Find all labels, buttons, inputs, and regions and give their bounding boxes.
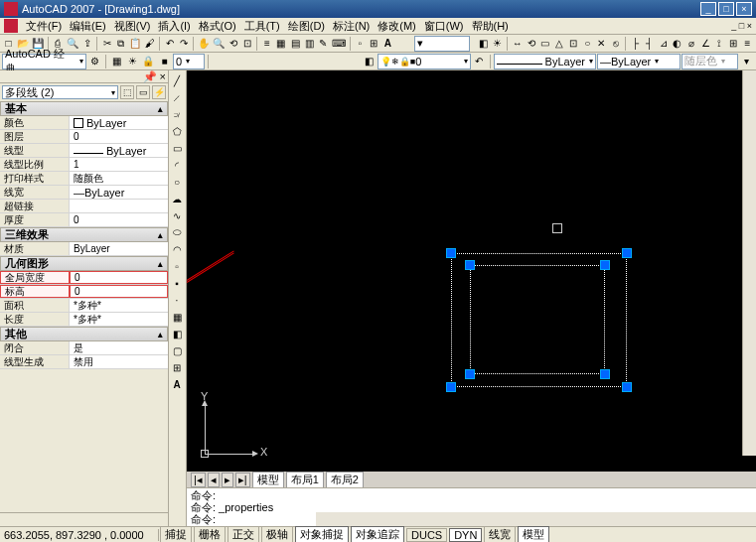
selected-rect-inner[interactable] xyxy=(470,265,605,374)
doc-win-controls[interactable]: _ □ × xyxy=(731,21,752,31)
layer-prev-icon[interactable]: ↶ xyxy=(472,54,487,69)
section-3d[interactable]: 三维效果▴ xyxy=(0,227,168,242)
layer-color-icon[interactable]: ■ xyxy=(157,54,172,69)
toggle-pickadd-icon[interactable]: ⬚ xyxy=(120,85,134,99)
block-icon[interactable]: ▫ xyxy=(354,36,367,52)
tab-layout2[interactable]: 布局2 xyxy=(326,472,364,488)
dim5-icon[interactable]: ⌀ xyxy=(684,36,697,52)
dc-icon[interactable]: ▦ xyxy=(274,36,287,52)
point-icon[interactable]: · xyxy=(169,292,185,308)
pline-icon[interactable]: ⟉ xyxy=(169,106,185,122)
menu-draw[interactable]: 绘图(D) xyxy=(284,19,329,34)
dim3-icon[interactable]: ⊿ xyxy=(657,36,670,52)
menu-edit[interactable]: 编辑(E) xyxy=(66,19,110,34)
light-icon[interactable]: ☀ xyxy=(491,36,504,52)
val-ltype[interactable]: ByLayer xyxy=(70,144,168,157)
lineweight-dropdown[interactable]: — ByLayer ▾ xyxy=(597,54,681,69)
region-icon[interactable]: ▢ xyxy=(169,342,185,358)
status-ducs[interactable]: DUCS xyxy=(406,528,447,542)
maximize-button[interactable]: □ xyxy=(718,2,734,16)
canvas-scrollbar-h[interactable] xyxy=(316,512,756,526)
drawing-canvas[interactable]: X Y xyxy=(187,70,756,472)
layerprops-icon[interactable]: ◧ xyxy=(362,54,377,69)
zoom-prev-icon[interactable]: ⟲ xyxy=(227,36,239,52)
text-a-icon[interactable]: A xyxy=(381,36,394,52)
menu-view[interactable]: 视图(V) xyxy=(110,19,155,34)
menu-insert[interactable]: 插入(I) xyxy=(154,19,194,34)
status-dyn[interactable]: DYN xyxy=(449,528,482,542)
quick-select-icon[interactable]: ⚡ xyxy=(152,85,166,99)
tab-last-icon[interactable]: ▸| xyxy=(235,473,250,487)
gradient-icon[interactable]: ◧ xyxy=(169,326,185,341)
cut-icon[interactable]: ✂ xyxy=(100,36,113,52)
selection-dropdown[interactable]: 多段线 (2) ▾ xyxy=(2,85,118,99)
pan-icon[interactable]: ✋ xyxy=(197,36,211,52)
val-material[interactable]: ByLayer xyxy=(70,242,168,255)
render-dropdown[interactable]: ▾ xyxy=(414,36,471,52)
revcloud-icon[interactable]: ☁ xyxy=(169,191,185,206)
dim7-icon[interactable]: ⟟ xyxy=(713,36,726,52)
hatch-icon[interactable]: ▦ xyxy=(169,309,185,325)
undo-icon[interactable]: ↶ xyxy=(163,36,176,52)
grip-outer-br[interactable] xyxy=(622,382,632,392)
val-thick[interactable]: 0 xyxy=(70,213,168,226)
layer-dropdown[interactable]: 💡❄🔒■ 0 ▾ xyxy=(378,54,471,69)
props-pin-icon[interactable]: 📌 xyxy=(143,70,157,82)
mod5-icon[interactable]: ⊡ xyxy=(567,36,580,52)
match-icon[interactable]: 🖌 xyxy=(143,36,156,52)
redo-icon[interactable]: ↷ xyxy=(177,36,190,52)
val-hyper[interactable] xyxy=(70,200,168,212)
props-close-icon[interactable]: × xyxy=(160,70,166,82)
layer-sun-icon[interactable]: ☀ xyxy=(125,54,140,69)
val-elev[interactable]: 0 xyxy=(70,285,168,298)
mod8-icon[interactable]: ⎋ xyxy=(609,36,622,52)
tab-model[interactable]: 模型 xyxy=(252,472,284,488)
tab-layout1[interactable]: 布局1 xyxy=(286,472,324,488)
val-ltscale[interactable]: 1 xyxy=(70,158,168,171)
sheetset-icon[interactable]: ▥ xyxy=(303,36,316,52)
menu-modify[interactable]: 修改(M) xyxy=(374,19,420,34)
dim9-icon[interactable]: ≡ xyxy=(741,36,754,52)
copy-icon[interactable]: ⧉ xyxy=(114,36,127,52)
menu-tools[interactable]: 工具(T) xyxy=(240,19,284,34)
xline-icon[interactable]: ⟋ xyxy=(169,89,185,105)
dim6-icon[interactable]: ∠ xyxy=(699,36,712,52)
tab-first-icon[interactable]: |◂ xyxy=(191,473,206,487)
markup-icon[interactable]: ✎ xyxy=(317,36,330,52)
status-otrack[interactable]: 对象追踪 xyxy=(351,526,404,542)
layer-indicator-dropdown[interactable]: 0 ▾ xyxy=(173,54,205,69)
select-objects-icon[interactable]: ▭ xyxy=(136,85,150,99)
workspace-dropdown[interactable]: AutoCAD 经典 ▾ xyxy=(2,54,86,69)
mod2-icon[interactable]: ⟲ xyxy=(525,36,537,52)
tab-prev-icon[interactable]: ◂ xyxy=(208,473,220,487)
color-picker-icon[interactable]: ▾ xyxy=(739,54,754,69)
tab-next-icon[interactable]: ▸ xyxy=(222,473,233,487)
circle-icon[interactable]: ○ xyxy=(169,174,185,190)
canvas-scrollbar-v[interactable] xyxy=(742,70,756,456)
arc-icon[interactable]: ◜ xyxy=(169,157,185,173)
insert-block-icon[interactable]: ▫ xyxy=(169,258,185,274)
table-draw-icon[interactable]: ⊞ xyxy=(169,359,185,375)
ws-settings-icon[interactable]: ⚙ xyxy=(87,54,102,69)
status-polar[interactable]: 极轴 xyxy=(261,526,293,542)
status-lwt[interactable]: 线宽 xyxy=(484,526,516,542)
ellipse-arc-icon[interactable]: ◠ xyxy=(169,241,185,257)
section-geometry[interactable]: 几何图形▴ xyxy=(0,256,168,271)
zoom-rt-icon[interactable]: 🔍 xyxy=(212,36,226,52)
paste-icon[interactable]: 📋 xyxy=(128,36,142,52)
toolpal-icon[interactable]: ▤ xyxy=(288,36,301,52)
make-block-icon[interactable]: ▪ xyxy=(169,275,185,291)
mod7-icon[interactable]: ✕ xyxy=(595,36,608,52)
polygon-icon[interactable]: ⬠ xyxy=(169,123,185,139)
color-dropdown[interactable]: 随层色 ▾ xyxy=(681,54,737,69)
val-plotstyle[interactable]: 随颜色 xyxy=(70,172,168,185)
grip-outer-tl[interactable] xyxy=(446,248,456,258)
mod6-icon[interactable]: ○ xyxy=(581,36,594,52)
mtext-icon[interactable]: A xyxy=(169,376,185,392)
dim2-icon[interactable]: ┤ xyxy=(643,36,656,52)
status-grid[interactable]: 栅格 xyxy=(194,526,226,542)
grip-inner-tl[interactable] xyxy=(465,260,475,270)
menu-file[interactable]: 文件(F) xyxy=(22,19,66,34)
menu-help[interactable]: 帮助(H) xyxy=(468,19,513,34)
dim4-icon[interactable]: ◐ xyxy=(671,36,683,52)
